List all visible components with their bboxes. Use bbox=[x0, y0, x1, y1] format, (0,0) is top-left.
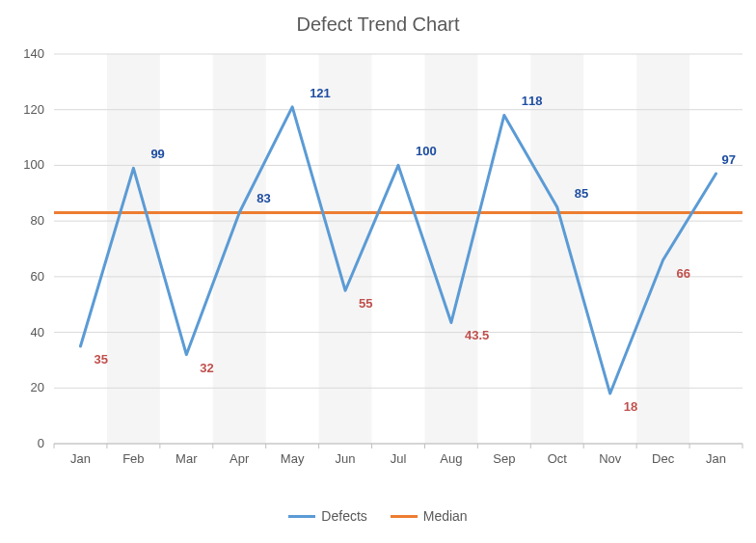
svg-text:Mar: Mar bbox=[176, 451, 198, 466]
svg-text:Jun: Jun bbox=[336, 451, 356, 466]
svg-text:99: 99 bbox=[150, 147, 164, 161]
svg-text:43.5: 43.5 bbox=[465, 328, 489, 342]
svg-text:20: 20 bbox=[31, 380, 44, 394]
svg-text:Apr: Apr bbox=[230, 451, 250, 466]
legend-swatch-median bbox=[391, 515, 418, 518]
legend-label-median: Median bbox=[423, 508, 468, 524]
svg-text:Jan: Jan bbox=[706, 451, 726, 466]
svg-text:Feb: Feb bbox=[122, 451, 144, 466]
svg-text:60: 60 bbox=[31, 269, 44, 284]
svg-rect-4 bbox=[530, 54, 583, 444]
svg-text:0: 0 bbox=[38, 436, 44, 450]
svg-text:32: 32 bbox=[200, 361, 213, 375]
svg-rect-5 bbox=[636, 54, 689, 444]
svg-text:85: 85 bbox=[575, 186, 588, 201]
svg-text:35: 35 bbox=[94, 352, 107, 367]
svg-text:Oct: Oct bbox=[548, 451, 568, 466]
svg-text:May: May bbox=[281, 451, 305, 466]
legend-label-defects: Defects bbox=[321, 508, 366, 524]
svg-text:120: 120 bbox=[23, 102, 44, 117]
chart-legend: Defects Median bbox=[0, 505, 756, 525]
chart-plot: 020406080100120140JanFebMarAprMayJunJulA… bbox=[0, 0, 756, 543]
svg-text:121: 121 bbox=[310, 86, 331, 100]
svg-text:18: 18 bbox=[624, 399, 637, 414]
chart-container: Defect Trend Chart 020406080100120140Jan… bbox=[0, 0, 756, 543]
svg-text:118: 118 bbox=[522, 94, 543, 108]
svg-text:97: 97 bbox=[722, 152, 736, 167]
svg-text:83: 83 bbox=[256, 191, 270, 205]
svg-text:40: 40 bbox=[31, 325, 44, 339]
svg-rect-1 bbox=[213, 54, 266, 444]
svg-text:Dec: Dec bbox=[652, 451, 675, 466]
svg-text:80: 80 bbox=[31, 213, 44, 228]
svg-text:Jan: Jan bbox=[70, 451, 91, 466]
svg-text:140: 140 bbox=[23, 46, 44, 61]
svg-text:100: 100 bbox=[23, 157, 44, 172]
svg-text:Nov: Nov bbox=[599, 451, 622, 466]
svg-text:Aug: Aug bbox=[440, 451, 462, 466]
svg-text:66: 66 bbox=[677, 266, 690, 281]
svg-text:Sep: Sep bbox=[493, 451, 515, 466]
legend-item-median: Median bbox=[391, 508, 468, 524]
svg-text:Jul: Jul bbox=[391, 451, 407, 466]
legend-item-defects: Defects bbox=[288, 508, 366, 524]
svg-text:100: 100 bbox=[416, 144, 437, 158]
legend-swatch-defects bbox=[288, 515, 315, 518]
svg-text:55: 55 bbox=[359, 296, 372, 311]
svg-rect-0 bbox=[107, 54, 160, 444]
